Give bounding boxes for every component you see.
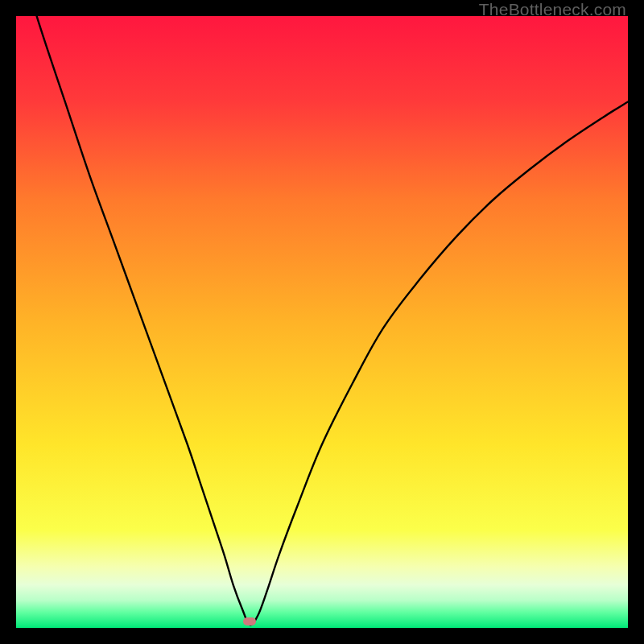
plot-frame <box>16 16 628 628</box>
optimum-marker <box>243 617 256 625</box>
svg-rect-0 <box>16 16 628 628</box>
background-gradient <box>16 16 628 628</box>
